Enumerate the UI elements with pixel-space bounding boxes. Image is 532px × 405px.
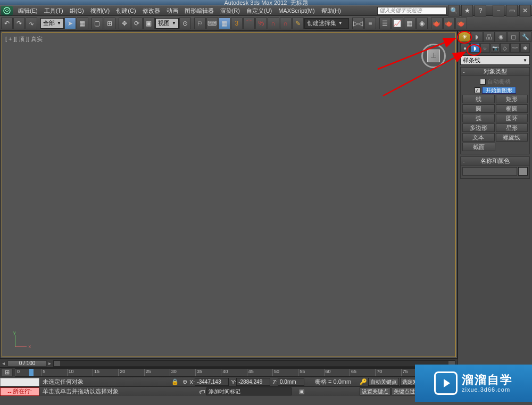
render-button[interactable]: 🫖 bbox=[455, 18, 467, 29]
window-minimize-button[interactable]: − bbox=[493, 5, 504, 16]
percent-snap-button[interactable]: ⌒ bbox=[243, 18, 255, 29]
named-selset-button[interactable]: ✎ bbox=[292, 18, 304, 29]
track-scrollbar[interactable] bbox=[53, 360, 455, 367]
curve-editor-button[interactable]: 📈 bbox=[392, 18, 403, 29]
selection-filter-dropdown[interactable]: 全部▼ bbox=[40, 18, 64, 29]
object-color-swatch[interactable] bbox=[518, 167, 528, 176]
angle-snap-button[interactable]: 3 bbox=[231, 18, 243, 29]
keyboard-shortcut-button[interactable]: ⌨ bbox=[206, 18, 218, 29]
z-coord-field[interactable]: 0.0mm bbox=[278, 378, 304, 386]
tab-motion[interactable]: ◉ bbox=[495, 31, 507, 42]
btn-donut[interactable]: 圆环 bbox=[496, 114, 528, 122]
btn-ellipse[interactable]: 椭圆 bbox=[496, 104, 528, 113]
select-object-button[interactable]: ➤ bbox=[64, 18, 76, 29]
manipulate-button[interactable]: ⚐ bbox=[194, 18, 206, 29]
cat-systems[interactable]: ✱ bbox=[520, 43, 530, 53]
isolate-icon[interactable]: ▣ bbox=[297, 387, 306, 395]
y-coord-field[interactable]: -2884.249 bbox=[236, 378, 270, 386]
cat-shapes[interactable]: ◗ bbox=[470, 43, 480, 53]
btn-arc[interactable]: 弧 bbox=[462, 114, 495, 122]
autokey-button[interactable]: 自动关键点 bbox=[368, 378, 399, 386]
rotate-button[interactable]: ⟳ bbox=[131, 18, 143, 29]
start-new-shape-button[interactable]: 开始新图形 bbox=[482, 87, 516, 94]
favorite-icon[interactable]: ★ bbox=[461, 5, 473, 16]
menu-animation[interactable]: 动画 bbox=[163, 7, 181, 15]
select-name-button[interactable]: ▦ bbox=[77, 18, 88, 29]
btn-line[interactable]: 线 bbox=[462, 95, 495, 103]
menu-group[interactable]: 组(G) bbox=[66, 7, 87, 15]
time-tag-icon[interactable]: 🏷 bbox=[197, 387, 206, 395]
timeline-config-button[interactable]: ⊞ bbox=[1, 368, 13, 377]
window-maximize-button[interactable]: ▭ bbox=[506, 5, 518, 16]
magnet-icon[interactable]: ∩ bbox=[268, 18, 279, 29]
menu-rendering[interactable]: 渲染(R) bbox=[217, 7, 243, 15]
startshape-checkbox[interactable]: ✓ bbox=[475, 87, 480, 93]
viewcube[interactable]: 上 bbox=[421, 44, 446, 68]
snap-toggle-button[interactable]: ▦ bbox=[219, 18, 230, 29]
btn-rectangle[interactable]: 矩形 bbox=[496, 95, 528, 103]
scale-button[interactable]: ▣ bbox=[143, 18, 155, 29]
cat-cameras[interactable]: 📷 bbox=[491, 43, 500, 53]
cat-lights[interactable]: ☼ bbox=[480, 43, 490, 53]
create-subcategory-dropdown[interactable]: 样条线▼ bbox=[460, 55, 530, 65]
spinner-snap-button[interactable]: % bbox=[255, 18, 267, 29]
menu-graph[interactable]: 图形编辑器 bbox=[181, 7, 217, 15]
named-selset-dropdown[interactable]: 创建选择集▼ bbox=[304, 18, 349, 29]
select-region-button[interactable]: ▢ bbox=[92, 18, 103, 29]
layers-button[interactable]: ☰ bbox=[379, 18, 391, 29]
move-button[interactable]: ✥ bbox=[119, 18, 130, 29]
viewcube-top-face[interactable]: 上 bbox=[427, 49, 440, 62]
object-name-input[interactable] bbox=[462, 167, 517, 176]
menu-views[interactable]: 视图(V) bbox=[87, 7, 113, 15]
setkey-button[interactable]: 设置关键点 bbox=[360, 387, 390, 395]
btn-star[interactable]: 星形 bbox=[496, 123, 528, 132]
lock-icon[interactable]: 🔒 bbox=[170, 378, 180, 386]
menu-edit[interactable]: 编辑(E) bbox=[15, 7, 41, 15]
menu-create[interactable]: 创建(C) bbox=[113, 7, 139, 15]
time-tag-field[interactable]: 添加时间标记 bbox=[206, 387, 292, 395]
x-coord-field[interactable]: -3447.143 bbox=[195, 378, 229, 386]
help-icon[interactable]: ? bbox=[475, 5, 486, 16]
btn-text[interactable]: 文本 bbox=[462, 133, 495, 142]
key-icon[interactable]: 🔑 bbox=[359, 378, 368, 386]
redo-button[interactable]: ↷ bbox=[13, 18, 25, 29]
timeline-current-marker[interactable] bbox=[29, 369, 34, 377]
coord-mode-icon[interactable]: ⊕ bbox=[180, 378, 189, 386]
align-button[interactable]: ≡ bbox=[364, 18, 376, 29]
link-button[interactable]: ∿ bbox=[26, 18, 37, 29]
tab-utilities[interactable]: 🔧 bbox=[519, 31, 531, 42]
render-setup-button[interactable]: 🫖 bbox=[431, 18, 443, 29]
menu-tools[interactable]: 工具(T) bbox=[41, 7, 66, 15]
btn-helix[interactable]: 螺旋线 bbox=[496, 133, 528, 142]
tab-display[interactable]: ▢ bbox=[507, 31, 519, 42]
menu-maxscript[interactable]: MAXScript(M) bbox=[275, 7, 318, 14]
cat-geometry[interactable]: ● bbox=[460, 43, 470, 53]
track-right-arrow[interactable]: ▸ bbox=[47, 360, 51, 366]
ref-coord-dropdown[interactable]: 视图▼ bbox=[155, 18, 179, 29]
rollout-object-type-header[interactable]: 对象类型 bbox=[461, 68, 529, 76]
btn-section[interactable]: 截面 bbox=[462, 143, 495, 151]
tab-hierarchy[interactable]: 品 bbox=[483, 31, 495, 42]
render-frame-button[interactable]: 🫖 bbox=[443, 18, 455, 29]
search-input[interactable]: 键入关键字或短语 bbox=[377, 7, 446, 15]
tab-modify[interactable]: ◗ bbox=[471, 31, 483, 42]
viewport-label[interactable]: [ + ][ 顶 ][ 真实 bbox=[5, 35, 43, 43]
btn-ngon[interactable]: 多边形 bbox=[462, 123, 495, 132]
app-menu-button[interactable] bbox=[1, 6, 13, 15]
time-slider[interactable]: 0 / 100 bbox=[7, 360, 47, 367]
btn-circle[interactable]: 圆 bbox=[462, 104, 495, 113]
menu-help[interactable]: 帮助(H) bbox=[318, 7, 344, 15]
magnet2-icon[interactable]: ∩ bbox=[280, 18, 292, 29]
undo-button[interactable]: ↶ bbox=[1, 18, 13, 29]
menu-modifiers[interactable]: 修改器 bbox=[139, 7, 163, 15]
rollout-name-color-header[interactable]: 名称和颜色 bbox=[461, 157, 529, 166]
window-crossing-button[interactable]: ⊞ bbox=[104, 18, 115, 29]
search-icon[interactable]: 🔍 bbox=[448, 5, 460, 16]
track-left-arrow[interactable]: ◂ bbox=[2, 360, 6, 366]
cat-spacewarps[interactable]: 〰 bbox=[510, 43, 520, 53]
material-editor-button[interactable]: ◉ bbox=[416, 18, 428, 29]
cat-helpers[interactable]: ◇ bbox=[500, 43, 510, 53]
schematic-button[interactable]: ▦ bbox=[404, 18, 415, 29]
pivot-button[interactable]: ⊙ bbox=[179, 18, 191, 29]
tab-create[interactable]: ✳ bbox=[459, 31, 471, 42]
